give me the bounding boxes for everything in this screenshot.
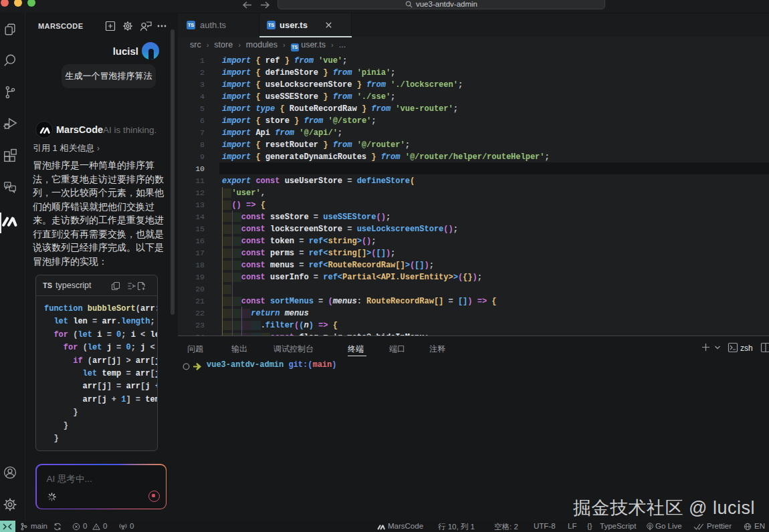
svg-text:*: * [11,186,13,190]
svg-text:A: A [6,183,9,187]
